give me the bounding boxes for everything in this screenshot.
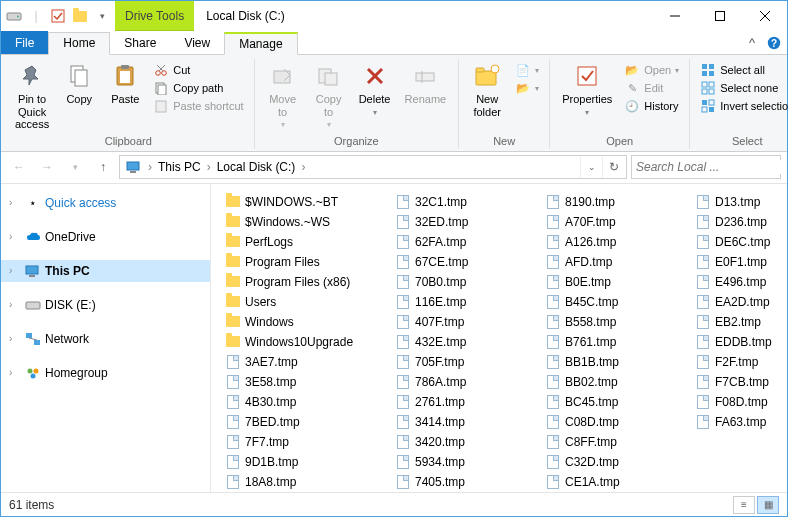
folder-item[interactable]: Users [223,292,383,312]
breadcrumb-sep-icon[interactable]: › [146,160,154,174]
file-item[interactable]: 3AE7.tmp [223,352,383,372]
file-item[interactable]: BB1B.tmp [543,352,683,372]
file-item[interactable]: 7405.tmp [393,472,533,492]
folder-item[interactable]: Program Files [223,252,383,272]
sidebar-item-onedrive[interactable]: ›OneDrive [1,226,210,248]
breadcrumb-sep-icon[interactable]: › [205,160,213,174]
maximize-button[interactable] [697,1,742,31]
file-item[interactable]: 3414.tmp [393,412,533,432]
recent-locations-icon[interactable]: ▾ [63,155,87,179]
folder-item[interactable]: PerfLogs [223,232,383,252]
file-item[interactable]: EDDB.tmp [693,332,787,352]
file-item[interactable]: D13.tmp [693,192,787,212]
file-item[interactable]: 67CE.tmp [393,252,533,272]
paste-shortcut-button[interactable]: Paste shortcut [149,97,247,115]
cut-button[interactable]: Cut [149,61,247,79]
sidebar-item-disk-e[interactable]: ›DISK (E:) [1,294,210,316]
file-item[interactable]: A70F.tmp [543,212,683,232]
file-item[interactable]: FA63.tmp [693,412,787,432]
forward-button[interactable]: → [35,155,59,179]
file-item[interactable]: 7F7.tmp [223,432,383,452]
file-item[interactable]: EA2D.tmp [693,292,787,312]
copy-button[interactable]: Copy [57,59,101,108]
file-item[interactable]: 70B0.tmp [393,272,533,292]
file-item[interactable]: E496.tmp [693,272,787,292]
select-all-button[interactable]: Select all [696,61,788,79]
folder-item[interactable]: Windows [223,312,383,332]
copy-to-button[interactable]: Copy to▾ [307,59,351,131]
pin-quick-access-button[interactable]: Pin to Quick access [9,59,55,133]
file-item[interactable]: BC45.tmp [543,392,683,412]
sidebar-item-quick-access[interactable]: ›⋆Quick access [1,192,210,214]
file-item[interactable]: 62FA.tmp [393,232,533,252]
paste-button[interactable]: Paste [103,59,147,108]
file-item[interactable]: 2761.tmp [393,392,533,412]
file-item[interactable]: AFD.tmp [543,252,683,272]
file-item[interactable]: 3420.tmp [393,432,533,452]
back-button[interactable]: ← [7,155,31,179]
edit-button[interactable]: ✎Edit [620,79,683,97]
rename-button[interactable]: Rename [399,59,453,108]
address-bar[interactable]: › This PC › Local Disk (C:) › ⌄ ↻ [119,155,627,179]
tab-share[interactable]: Share [110,31,170,54]
up-button[interactable]: ↑ [91,155,115,179]
file-item[interactable]: 786A.tmp [393,372,533,392]
file-item[interactable]: B0E.tmp [543,272,683,292]
file-item[interactable]: E0F1.tmp [693,252,787,272]
easy-access-button[interactable]: 📂▾ [511,79,543,97]
file-item[interactable]: 9D1B.tmp [223,452,383,472]
file-item[interactable]: 7BED.tmp [223,412,383,432]
file-item[interactable]: D236.tmp [693,212,787,232]
move-to-button[interactable]: Move to▾ [261,59,305,131]
tab-manage[interactable]: Manage [224,32,297,55]
search-box[interactable]: 🔍 [631,155,781,179]
new-folder-button[interactable]: New folder [465,59,509,120]
file-item[interactable]: A126.tmp [543,232,683,252]
select-none-button[interactable]: Select none [696,79,788,97]
details-view-button[interactable]: ≡ [733,496,755,514]
breadcrumb-this-pc[interactable]: This PC [154,160,205,174]
file-item[interactable]: BB02.tmp [543,372,683,392]
file-item[interactable]: 32ED.tmp [393,212,533,232]
file-item[interactable]: B45C.tmp [543,292,683,312]
file-item[interactable]: 407F.tmp [393,312,533,332]
close-button[interactable] [742,1,787,31]
minimize-button[interactable] [652,1,697,31]
breadcrumb-sep-icon[interactable]: › [299,160,307,174]
file-item[interactable]: 18A8.tmp [223,472,383,492]
breadcrumb-pc-icon[interactable] [122,160,146,174]
file-item[interactable]: F08D.tmp [693,392,787,412]
file-item[interactable]: B558.tmp [543,312,683,332]
folder-item[interactable]: $Windows.~WS [223,212,383,232]
sidebar-item-network[interactable]: ›Network [1,328,210,350]
search-input[interactable] [636,160,787,174]
file-item[interactable]: 3E58.tmp [223,372,383,392]
folder-item[interactable]: $WINDOWS.~BT [223,192,383,212]
file-item[interactable]: 32C1.tmp [393,192,533,212]
file-item[interactable]: 116E.tmp [393,292,533,312]
file-item[interactable]: 705F.tmp [393,352,533,372]
delete-button[interactable]: Delete▾ [353,59,397,119]
open-button[interactable]: 📂Open▾ [620,61,683,79]
icons-view-button[interactable]: ▦ [757,496,779,514]
file-item[interactable]: F2F.tmp [693,352,787,372]
file-item[interactable]: C08D.tmp [543,412,683,432]
qat-dropdown-icon[interactable]: ▾ [93,7,111,25]
breadcrumb-drive[interactable]: Local Disk (C:) [213,160,300,174]
history-button[interactable]: 🕘History [620,97,683,115]
file-item[interactable]: CE1A.tmp [543,472,683,492]
file-item[interactable]: 4B30.tmp [223,392,383,412]
sidebar-item-homegroup[interactable]: ›Homegroup [1,362,210,384]
new-item-button[interactable]: 📄▾ [511,61,543,79]
tab-view[interactable]: View [170,31,224,54]
properties-qat-icon[interactable] [49,7,67,25]
file-item[interactable]: B761.tmp [543,332,683,352]
copy-path-button[interactable]: Copy path [149,79,247,97]
help-icon[interactable]: ? [767,36,781,50]
file-item[interactable]: 432E.tmp [393,332,533,352]
file-item[interactable]: C32D.tmp [543,452,683,472]
file-list[interactable]: $WINDOWS.~BT$Windows.~WSPerfLogsProgram … [211,184,787,492]
invert-selection-button[interactable]: Invert selection [696,97,788,115]
file-item[interactable]: 8190.tmp [543,192,683,212]
file-item[interactable]: 5934.tmp [393,452,533,472]
